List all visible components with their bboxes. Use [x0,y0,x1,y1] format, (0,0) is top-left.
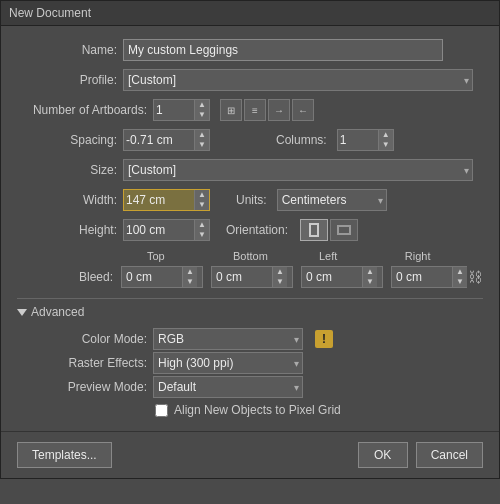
artboards-spinner[interactable]: ▲ ▼ [153,99,210,121]
bleed-left-up[interactable]: ▲ [363,267,377,277]
chain-link-icon[interactable]: ⛓ [467,266,483,288]
bleed-left-input[interactable] [302,267,362,287]
advanced-section: Advanced Color Mode: RGB CMYK ▾ ! Rast [17,298,483,417]
ab-left-icon[interactable]: ← [292,99,314,121]
portrait-icon [309,223,319,237]
colormode-select[interactable]: RGB CMYK [153,328,303,350]
width-spin-up[interactable]: ▲ [195,190,209,200]
units-select[interactable]: Centimeters Pixels Inches Millimeters [277,189,387,211]
bleed-bottom-header: Bottom [233,250,319,262]
preview-row: Preview Mode: Default Pixel Overprint ▾ [17,375,483,399]
spacing-spin-up[interactable]: ▲ [195,130,209,140]
advanced-toggle[interactable]: Advanced [17,305,483,319]
cancel-button[interactable]: Cancel [416,442,483,468]
bleed-bottom-spinner[interactable]: ▲ ▼ [211,266,293,288]
orientation-buttons [300,219,358,241]
artboards-input[interactable] [154,100,194,120]
bleed-bottom-input[interactable] [212,267,272,287]
title-bar: New Document [1,1,499,26]
columns-input[interactable] [338,130,378,150]
footer-right: OK Cancel [358,442,483,468]
bleed-top-down[interactable]: ▼ [183,277,197,287]
height-spinner[interactable]: ▲ ▼ [123,219,210,241]
raster-select[interactable]: High (300 ppi) Medium (150 ppi) Screen (… [153,352,303,374]
artboards-spin-up[interactable]: ▲ [195,100,209,110]
raster-label: Raster Effects: [17,356,147,370]
bleed-right-down[interactable]: ▼ [453,277,467,287]
columns-spin-down[interactable]: ▼ [379,140,393,150]
bleed-left-header: Left [319,250,405,262]
columns-spinner-btns: ▲ ▼ [378,130,393,150]
bleed-row: Bleed: ▲ ▼ ▲ ▼ [17,266,483,288]
artboard-layout-icons: ⊞ ≡ → ← [220,99,314,121]
raster-select-wrapper: High (300 ppi) Medium (150 ppi) Screen (… [153,352,303,374]
spacing-spin-down[interactable]: ▼ [195,140,209,150]
ok-button[interactable]: OK [358,442,408,468]
width-spin-down[interactable]: ▼ [195,200,209,210]
spacing-row: Spacing: ▲ ▼ Columns: ▲ ▼ [17,128,483,152]
height-row: Height: ▲ ▼ Orientation: [17,218,483,242]
landscape-icon [337,225,351,235]
colormode-select-wrapper: RGB CMYK ▾ [153,328,303,350]
ab-grid-icon[interactable]: ⊞ [220,99,242,121]
name-input[interactable] [123,39,443,61]
bleed-bottom-down[interactable]: ▼ [273,277,287,287]
height-input[interactable] [124,220,194,240]
spacing-input[interactable] [124,130,194,150]
bleed-headers: Top Bottom Left Right [147,250,483,262]
size-select[interactable]: [Custom] [123,159,473,181]
bleed-top-up[interactable]: ▲ [183,267,197,277]
portrait-button[interactable] [300,219,328,241]
dialog-footer: Templates... OK Cancel [1,431,499,478]
bleed-right-spinner[interactable]: ▲ ▼ [391,266,467,288]
columns-spinner[interactable]: ▲ ▼ [337,129,394,151]
artboards-label: Number of Artboards: [17,103,147,117]
width-spinner[interactable]: ▲ ▼ [123,189,210,211]
profile-select-wrapper: [Custom] ▾ [123,69,473,91]
bleed-section: Top Bottom Left Right Bleed: ▲ ▼ [17,250,483,288]
bleed-right-btns: ▲ ▼ [452,267,467,287]
advanced-triangle-icon [17,309,27,316]
name-row: Name: [17,38,483,62]
preview-select-wrapper: Default Pixel Overprint ▾ [153,376,303,398]
ab-row-icon[interactable]: ≡ [244,99,266,121]
units-label: Units: [236,193,267,207]
units-select-wrapper: Centimeters Pixels Inches Millimeters ▾ [277,189,387,211]
warning-text: ! [322,332,326,346]
bleed-right-input[interactable] [392,267,452,287]
bleed-left-spinner[interactable]: ▲ ▼ [301,266,383,288]
align-label[interactable]: Align New Objects to Pixel Grid [174,403,341,417]
align-checkbox-row: Align New Objects to Pixel Grid [155,403,483,417]
bleed-top-btns: ▲ ▼ [182,267,197,287]
spacing-spinner-btns: ▲ ▼ [194,130,209,150]
new-document-dialog: New Document Name: Profile: [Custom] ▾ N… [0,0,500,479]
height-spin-down[interactable]: ▼ [195,230,209,240]
ab-right-icon[interactable]: → [268,99,290,121]
bleed-left-btns: ▲ ▼ [362,267,377,287]
columns-spin-up[interactable]: ▲ [379,130,393,140]
bleed-fields: ▲ ▼ ▲ ▼ ▲ [121,266,483,288]
width-input[interactable] [124,190,194,210]
bleed-right-up[interactable]: ▲ [453,267,467,277]
landscape-button[interactable] [330,219,358,241]
bleed-top-spinner[interactable]: ▲ ▼ [121,266,203,288]
height-spin-up[interactable]: ▲ [195,220,209,230]
bleed-right-header: Right [405,250,483,262]
orientation-label: Orientation: [226,223,288,237]
preview-select[interactable]: Default Pixel Overprint [153,376,303,398]
artboards-spinner-btns: ▲ ▼ [194,100,209,120]
bleed-bottom-up[interactable]: ▲ [273,267,287,277]
width-row: Width: ▲ ▼ Units: Centimeters Pixels Inc… [17,188,483,212]
height-spinner-btns: ▲ ▼ [194,220,209,240]
bleed-top-input[interactable] [122,267,182,287]
profile-select[interactable]: [Custom] [123,69,473,91]
align-checkbox[interactable] [155,404,168,417]
size-row: Size: [Custom] ▾ [17,158,483,182]
width-label: Width: [17,193,117,207]
bleed-left-down[interactable]: ▼ [363,277,377,287]
raster-row: Raster Effects: High (300 ppi) Medium (1… [17,351,483,375]
templates-button[interactable]: Templates... [17,442,112,468]
artboards-spin-down[interactable]: ▼ [195,110,209,120]
spacing-spinner[interactable]: ▲ ▼ [123,129,210,151]
name-label: Name: [17,43,117,57]
